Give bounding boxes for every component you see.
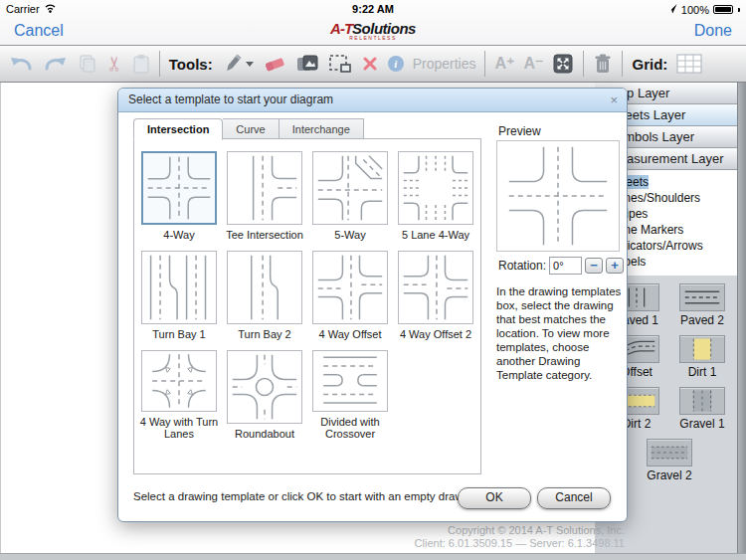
properties-button[interactable]: Properties (413, 56, 476, 72)
template-thumbnail (398, 151, 473, 225)
template-name: 4 Way Offset 2 (400, 328, 471, 340)
template-category-tab[interactable]: Curve (223, 118, 279, 140)
dialog-description: In the drawing templates box, select the… (496, 284, 628, 382)
symbols-tool-button[interactable] (295, 54, 319, 74)
swatch-preview (679, 283, 725, 311)
paste-button[interactable] (132, 54, 150, 74)
swatch-preview (647, 439, 692, 467)
cut-button[interactable]: ✂ (106, 52, 123, 76)
marquee-select-button[interactable] (328, 54, 352, 74)
top-bars: Carrier 9:22 AM 100% Cancel A-TSolutions… (0, 0, 746, 45)
preview-label: Preview (498, 124, 541, 138)
swatch-preview (679, 335, 725, 363)
template-grid: 4-Way Tee Intersection 5-Way 5 Lane 4-Wa… (133, 138, 481, 474)
version-line: Client: 6.01.3509.15 — Server: 6.1.3498.… (415, 537, 625, 550)
rotation-decrease-button[interactable]: − (585, 258, 603, 274)
template-option[interactable]: Turn Bay 1 (136, 251, 222, 340)
template-option[interactable]: 4 Way Offset 2 (393, 251, 478, 340)
drawing-toolbar: ✂ Tools: i Properties A⁺ A⁻ Grid: (0, 45, 746, 83)
layer-list-item[interactable]: Lanes/Shoulders (611, 190, 737, 206)
clock: 9:22 AM (0, 3, 746, 15)
template-thumbnail (312, 251, 388, 324)
rotation-input[interactable] (549, 257, 582, 275)
street-style-swatch[interactable]: Gravel 1 (670, 387, 734, 431)
template-preview (496, 140, 620, 252)
dialog-footer-text: Select a drawing template or click OK to… (133, 490, 478, 502)
toolbar-separator (583, 51, 584, 77)
done-nav-button[interactable]: Done (694, 22, 732, 40)
template-name: Turn Bay 2 (238, 328, 290, 340)
swatch-preview (679, 387, 725, 415)
rotation-controls: Rotation: − + (498, 257, 624, 275)
template-thumbnail (141, 151, 217, 225)
toolbar-separator (159, 51, 160, 77)
template-option[interactable]: 4 Way Offset (307, 251, 393, 340)
copyright-text: Copyright © 2014 A-T Solutions, Inc. Cli… (415, 524, 625, 550)
template-option[interactable]: Divided with Crossover (307, 350, 393, 440)
trash-button[interactable] (593, 53, 613, 75)
fullscreen-button[interactable] (552, 53, 574, 75)
app-logo: A-TSolutions RELENTLESS (0, 21, 746, 41)
status-bar: Carrier 9:22 AM 100% (0, 0, 746, 20)
grid-label: Grid: (632, 56, 667, 73)
template-dialog: Select a template to start your diagram … (117, 88, 628, 522)
close-icon[interactable]: × (610, 89, 618, 111)
layer-list-item[interactable]: Stripes (611, 206, 737, 222)
layer-list-item[interactable]: Lane Markers (611, 222, 737, 238)
template-category-tab[interactable]: Intersection (133, 118, 223, 140)
template-name: 5-Way (334, 229, 365, 241)
swatch-label: Paved 2 (680, 313, 724, 327)
template-thumbnail (312, 350, 388, 412)
battery-percent: 100% (681, 4, 709, 16)
template-option[interactable]: 4-Way (136, 151, 222, 241)
template-name: 4 Way with Turn Lanes (136, 416, 222, 440)
template-name: 5 Lane 4-Way (402, 229, 469, 241)
template-thumbnail (227, 350, 302, 424)
bottom-edge-strip (0, 553, 746, 560)
location-icon (666, 3, 677, 16)
template-option[interactable]: 5 Lane 4-Way (393, 151, 478, 241)
template-category-tab[interactable]: Interchange (280, 118, 364, 140)
template-name: Roundabout (235, 428, 294, 440)
ok-button[interactable]: OK (458, 487, 531, 509)
layer-list-item[interactable]: Streets (611, 174, 737, 190)
template-thumbnail (227, 251, 302, 324)
swatch-label: Dirt 1 (688, 365, 717, 379)
template-option[interactable]: Roundabout (222, 350, 307, 440)
street-style-swatch[interactable]: Gravel 2 (647, 439, 692, 482)
rotation-label: Rotation: (498, 259, 546, 273)
template-name: 4-Way (163, 229, 194, 241)
toolbar-separator (622, 51, 623, 77)
layer-list-item[interactable]: Labels (611, 254, 737, 270)
chevron-down-icon (246, 62, 254, 67)
template-option[interactable]: 4 Way with Turn Lanes (136, 350, 222, 440)
delete-selection-button[interactable] (361, 55, 379, 73)
battery-icon (713, 5, 733, 14)
cancel-button[interactable]: Cancel (537, 487, 611, 509)
copyright-line: Copyright © 2014 A-T Solutions, Inc. (415, 524, 625, 537)
swatch-label: Gravel 2 (647, 468, 691, 482)
pencil-tool-dropdown[interactable] (222, 53, 254, 75)
font-decrease-button[interactable]: A⁻ (523, 56, 543, 72)
layer-list-item[interactable]: Indicators/Arrows (611, 238, 737, 254)
template-thumbnail (398, 251, 473, 324)
template-option[interactable]: 5-Way (307, 151, 393, 241)
rotation-increase-button[interactable]: + (606, 258, 624, 274)
street-style-swatch[interactable]: Dirt 1 (670, 335, 734, 379)
font-increase-button[interactable]: A⁺ (494, 56, 514, 72)
redo-button[interactable] (43, 54, 69, 74)
street-style-swatch[interactable]: Paved 2 (670, 283, 734, 327)
sidebar-scrollbar[interactable] (737, 83, 746, 553)
grid-toggle-button[interactable] (676, 54, 702, 74)
template-name: Tee Intersection (226, 229, 303, 241)
undo-button[interactable] (8, 54, 34, 74)
template-option[interactable]: Turn Bay 2 (222, 251, 307, 340)
dialog-title: Select a template to start your diagram (118, 89, 627, 112)
copy-button[interactable] (78, 54, 97, 74)
info-icon[interactable]: i (388, 56, 404, 72)
eraser-tool-button[interactable] (263, 55, 286, 73)
template-thumbnail (141, 251, 217, 324)
template-option[interactable]: Tee Intersection (222, 151, 307, 241)
template-thumbnail (312, 151, 388, 225)
template-thumbnail (141, 350, 217, 412)
